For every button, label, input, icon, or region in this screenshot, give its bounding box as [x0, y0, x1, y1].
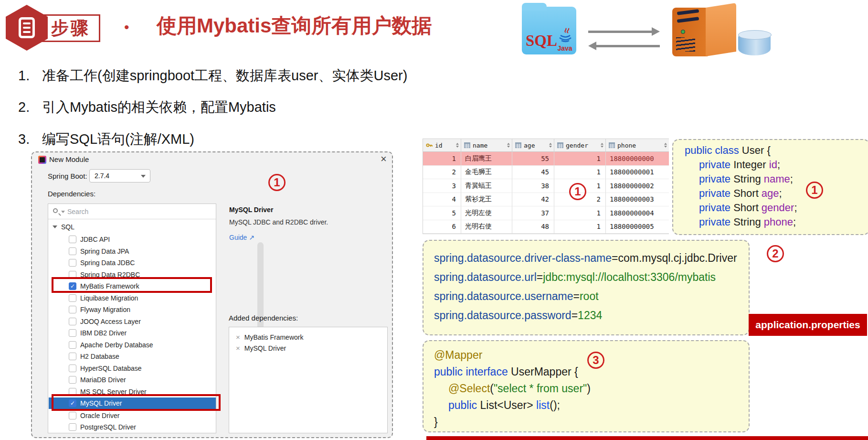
step-number: 2. [18, 99, 42, 115]
checkbox-icon[interactable] [69, 376, 76, 384]
checkbox-icon[interactable] [69, 247, 76, 255]
dependency-item-apache-derby-database[interactable]: Apache Derby Database [49, 339, 216, 351]
table-cell[interactable]: 45 [512, 166, 554, 180]
dependency-item-jdbc-api[interactable]: JDBC API [49, 234, 216, 245]
table-cell[interactable]: 37 [512, 206, 554, 220]
table-cell[interactable]: 38 [512, 179, 554, 193]
dependency-item-hypersql-database[interactable]: HyperSQL Database [49, 363, 216, 374]
column-header-age[interactable]: age [512, 139, 554, 152]
sort-icon[interactable] [601, 143, 603, 148]
table-cell[interactable]: 48 [512, 220, 554, 234]
table-cell[interactable]: 光明左使 [461, 206, 512, 220]
table-cell[interactable]: 1 [554, 166, 606, 180]
table-cell[interactable]: 18800000004 [606, 206, 669, 220]
dependency-item-liquibase-migration[interactable]: Liquibase Migration [49, 292, 216, 304]
column-header-phone[interactable]: phone [606, 139, 669, 152]
page-title: 使用Mybatis查询所有用户数据 [157, 12, 432, 39]
table-cell[interactable]: 3 [423, 179, 461, 193]
dependency-item-jooq-access-layer[interactable]: JOOQ Access Layer [49, 316, 216, 327]
table-cell[interactable]: 1 [554, 220, 606, 234]
sort-icon[interactable] [507, 143, 510, 148]
dependency-item-spring-data-jdbc[interactable]: Spring Data JDBC [49, 257, 216, 268]
column-header-gender[interactable]: gender [554, 139, 606, 152]
checkbox-icon[interactable] [69, 294, 76, 302]
close-icon[interactable]: × [381, 153, 387, 165]
checkbox-icon[interactable] [69, 341, 76, 349]
table-cell[interactable]: 18800000000 [606, 152, 669, 166]
user-class-code: public class User { private Integer id; … [672, 139, 868, 235]
dependency-item-flyway-migration[interactable]: Flyway Migration [49, 304, 216, 315]
code-line: spring.datasource.password=1234 [434, 306, 749, 325]
user-table: id name age gender phone 1 白眉鹰王 55 1 188… [423, 139, 669, 234]
table-cell[interactable]: 18800000002 [606, 179, 669, 193]
table-cell[interactable]: 1 [554, 152, 606, 166]
table-cell[interactable]: 4 [423, 193, 461, 207]
spring-boot-version-select[interactable]: 2.7.4 [89, 169, 150, 182]
detail-description: MySQL JDBC and R2DBC driver. [229, 218, 328, 226]
table-cell[interactable]: 1 [554, 206, 606, 220]
checkbox-icon[interactable] [69, 259, 76, 267]
table-cell[interactable]: 18800000005 [606, 220, 669, 234]
table-cell[interactable]: 青翼蝠王 [461, 179, 512, 193]
table-cell[interactable]: 2 [423, 166, 461, 180]
dependency-item-h2-database[interactable]: H2 Database [49, 351, 216, 362]
table-cell[interactable]: 白眉鹰王 [461, 152, 512, 166]
step-number: 3. [18, 131, 42, 147]
table-cell[interactable]: 55 [512, 152, 554, 166]
checkbox-icon[interactable] [69, 236, 76, 243]
table-cell[interactable]: 42 [512, 193, 554, 207]
table-cell[interactable]: 18800000003 [606, 193, 669, 207]
added-item-label: MySQL Driver [244, 344, 286, 352]
code-line: @Select("select * from user") [434, 380, 749, 397]
added-item-label: MyBatis Framework [244, 333, 304, 341]
server-icon [672, 3, 773, 57]
dependency-item-spring-data-jpa[interactable]: Spring Data JPA [49, 246, 216, 257]
properties-filename-badge: application.properties [749, 314, 867, 336]
remove-icon[interactable]: × [236, 344, 240, 352]
scrollbar[interactable] [257, 242, 264, 340]
code-line: spring.datasource.url=jdbc:mysql://local… [434, 268, 749, 287]
chevron-down-icon[interactable] [53, 225, 57, 228]
badge-hexagon-icon [6, 5, 48, 51]
guide-link[interactable]: Guide ↗ [229, 234, 254, 241]
checkbox-icon[interactable] [69, 329, 76, 337]
code-line: private String phone; [685, 215, 868, 229]
code-line: private String name; [685, 172, 868, 186]
table-cell[interactable]: 紫衫龙王 [461, 193, 512, 207]
sort-icon[interactable] [664, 143, 667, 148]
table-cell[interactable]: 光明右使 [461, 220, 512, 234]
search-input[interactable] [67, 205, 206, 217]
column-header-name[interactable]: name [461, 139, 512, 152]
tree-group-sql[interactable]: SQL [49, 221, 216, 233]
remove-icon[interactable]: × [236, 333, 240, 341]
dependency-item-postgresql-driver[interactable]: PostgreSQL Driver [49, 421, 216, 433]
sort-icon[interactable] [456, 143, 459, 148]
checkbox-icon[interactable] [69, 318, 76, 325]
table-cell[interactable]: 金毛狮王 [461, 166, 512, 180]
code-line: } [434, 414, 749, 430]
table-cell[interactable]: 18800000001 [606, 166, 669, 180]
column-icon [557, 142, 563, 148]
dependency-item-mariadb-driver[interactable]: MariaDB Driver [49, 374, 216, 386]
dependency-item-ibm-db2-driver[interactable]: IBM DB2 Driver [49, 327, 216, 339]
dependency-label: PostgreSQL Driver [80, 423, 136, 431]
title-bullet: • [124, 19, 129, 35]
column-header-id[interactable]: id [423, 139, 461, 152]
table-cell[interactable]: 6 [423, 220, 461, 234]
annotation-circle-3: 3 [587, 352, 604, 369]
intellij-icon [38, 156, 46, 164]
step-item-1: 1.准备工作(创建springboot工程、数据库表user、实体类User) [18, 66, 407, 86]
sort-icon[interactable] [549, 143, 552, 148]
table-cell[interactable]: 5 [423, 206, 461, 220]
highlight-box-mysql [52, 394, 221, 411]
checkbox-icon[interactable] [69, 365, 76, 372]
checkbox-icon[interactable] [69, 423, 76, 431]
checkbox-icon[interactable] [69, 306, 76, 313]
step-text: 引入Mybatis的相关依赖，配置Mybatis [42, 99, 276, 115]
checkbox-icon[interactable] [69, 412, 76, 419]
table-cell[interactable]: 1 [423, 152, 461, 166]
dependency-item-oracle-driver[interactable]: Oracle Driver [49, 410, 216, 421]
checkbox-icon[interactable] [69, 353, 76, 360]
external-link-icon: ↗ [249, 234, 254, 241]
dependency-label: H2 Database [80, 353, 119, 360]
